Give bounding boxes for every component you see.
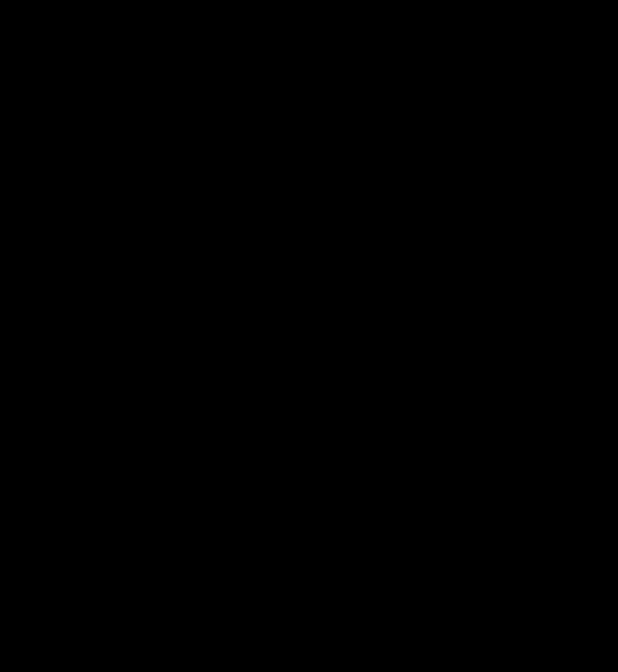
bottom-edge-strip [0,667,618,672]
code-editor [0,0,618,672]
